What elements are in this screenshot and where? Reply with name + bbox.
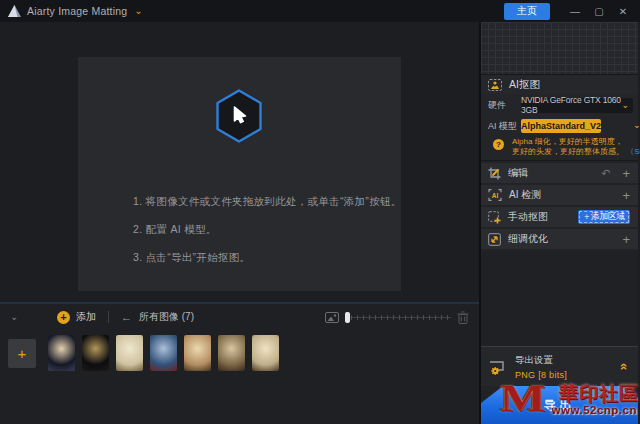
export-format-value[interactable]: PNG [8 bits] xyxy=(515,370,567,380)
slider-handle[interactable] xyxy=(345,312,350,323)
step-2: 2. 配置 AI 模型。 xyxy=(133,223,402,235)
export-button[interactable]: 导出 xyxy=(481,386,638,424)
add-region-button[interactable]: ＋添加区域 xyxy=(578,210,631,224)
thumbnail-bride-bouquet[interactable] xyxy=(184,335,211,371)
right-sidebar: AI抠图 硬件 NVIDIA GeForce GTX 1060 3GB ⌄ AI… xyxy=(481,22,638,424)
section-ai-detect[interactable]: AI AI 检测 + xyxy=(481,185,638,205)
thumbnail-bicycle[interactable] xyxy=(116,335,143,371)
divider xyxy=(108,311,109,323)
close-button[interactable]: ✕ xyxy=(614,6,632,17)
app-logo-icon xyxy=(8,5,21,17)
step-1: 1. 将图像文件或文件夹拖放到此处，或单击“添加”按钮。 xyxy=(133,195,402,207)
ai-detect-icon: AI xyxy=(488,189,502,201)
all-images-label[interactable]: 所有图像 (7) xyxy=(139,310,194,324)
sidebar-empty-space xyxy=(481,251,638,346)
canvas-area: 1. 将图像文件或文件夹拖放到此处，或单击“添加”按钮。 2. 配置 AI 模型… xyxy=(0,22,479,302)
thumbnail-dark-ornate[interactable] xyxy=(82,335,109,371)
titlebar: Aiarty Image Matting ⌄ 主页 — ▢ ✕ xyxy=(0,0,640,22)
export-settings-icon xyxy=(489,359,507,375)
hardware-select[interactable]: NVIDIA GeForce GTX 1060 3GB ⌄ xyxy=(521,98,633,113)
ai-matting-section[interactable]: AI抠图 xyxy=(481,75,638,94)
manual-matting-icon xyxy=(488,211,501,224)
model-row: AI 模型 AlphaStandard_V2 ⌄ xyxy=(481,116,638,136)
model-label: AI 模型 xyxy=(488,120,521,133)
back-arrow-icon[interactable]: ← xyxy=(121,312,132,323)
section-refine[interactable]: 细调优化 + xyxy=(481,229,638,249)
edit-icon xyxy=(488,167,501,180)
sota-badge: （SOTA） xyxy=(626,147,640,156)
hardware-row: 硬件 NVIDIA GeForce GTX 1060 3GB ⌄ xyxy=(481,94,638,116)
step-3: 3. 点击“导出”开始抠图。 xyxy=(133,251,402,263)
expand-plus-icon[interactable]: + xyxy=(622,189,630,202)
hardware-value: NVIDIA GeForce GTX 1060 3GB xyxy=(521,95,633,115)
add-button[interactable]: 添加 xyxy=(76,310,96,324)
svg-text:AI: AI xyxy=(492,192,499,199)
export-settings-title: 导出设置 xyxy=(515,354,567,367)
trash-icon[interactable] xyxy=(457,311,469,324)
bottom-panel: ⌄ + 添加 ← 所有图像 (7) xyxy=(0,302,479,424)
thumbnail-floral-portrait-dark[interactable] xyxy=(218,335,245,371)
section-edit[interactable]: 编辑 ↶ + xyxy=(481,163,638,183)
app-window: Aiarty Image Matting ⌄ 主页 — ▢ ✕ 1. 将图像文件… xyxy=(0,0,640,424)
thumbnail-size-icon xyxy=(325,312,339,323)
undo-icon[interactable]: ↶ xyxy=(601,168,610,179)
transparency-preview xyxy=(481,22,638,75)
expand-plus-icon[interactable]: + xyxy=(622,233,630,246)
chevron-down-icon[interactable]: ⌄ xyxy=(134,6,142,16)
expand-plus-icon[interactable]: + xyxy=(622,167,630,180)
app-title: Aiarty Image Matting xyxy=(27,5,127,17)
chevron-down-icon: ⌄ xyxy=(621,100,629,110)
home-button[interactable]: 主页 xyxy=(504,3,550,20)
main-area: 1. 将图像文件或文件夹拖放到此处，或单击“添加”按钮。 2. 配置 AI 模型… xyxy=(0,22,481,424)
refine-icon xyxy=(488,233,501,246)
thumbnail-list: + xyxy=(0,330,479,376)
chevron-down-icon[interactable]: ⌄ xyxy=(633,120,640,130)
model-select[interactable]: AlphaStandard_V2 xyxy=(521,119,601,133)
thumbnail-floral-portrait-cream[interactable] xyxy=(252,335,279,371)
drop-hexagon-icon xyxy=(216,89,262,143)
hardware-label: 硬件 xyxy=(488,99,521,112)
ai-matting-icon xyxy=(488,79,502,91)
model-description-row: ? Alpha 细化，更好的半透明度， 更好的头发，更好的整体质感。 （SOTA… xyxy=(481,136,638,161)
model-description: Alpha 细化，更好的半透明度， 更好的头发，更好的整体质感。 （SOTA） xyxy=(512,137,640,160)
collapse-up-icon[interactable]: « xyxy=(617,363,632,370)
thumbnail-size-slider[interactable] xyxy=(345,312,451,323)
panel-collapse-icon[interactable]: ⌄ xyxy=(10,313,24,321)
help-icon[interactable]: ? xyxy=(493,139,504,150)
section-manual-matting[interactable]: 手动抠图 ＋添加区域 xyxy=(481,207,638,227)
ai-matting-title: AI抠图 xyxy=(509,78,540,92)
thumbnail-jellyfish[interactable] xyxy=(48,335,75,371)
add-plus-icon[interactable]: + xyxy=(57,311,70,324)
bottom-toolbar: ⌄ + 添加 ← 所有图像 (7) xyxy=(0,304,479,330)
add-image-tile[interactable]: + xyxy=(8,339,36,368)
export-settings-section[interactable]: 导出设置 PNG [8 bits] « xyxy=(481,346,638,386)
minimize-button[interactable]: — xyxy=(566,6,584,17)
thumbnail-red-dress-forest[interactable] xyxy=(150,335,177,371)
dropzone[interactable]: 1. 将图像文件或文件夹拖放到此处，或单击“添加”按钮。 2. 配置 AI 模型… xyxy=(78,57,401,291)
instruction-steps: 1. 将图像文件或文件夹拖放到此处，或单击“添加”按钮。 2. 配置 AI 模型… xyxy=(133,195,402,279)
maximize-button[interactable]: ▢ xyxy=(590,6,608,17)
